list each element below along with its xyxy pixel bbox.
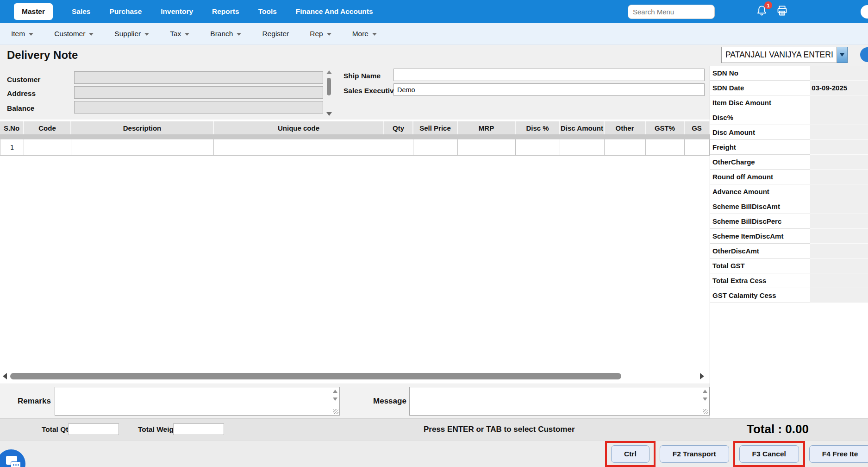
company-selector-arrow-button[interactable] (837, 47, 848, 63)
nav-item-finance-and-accounts[interactable]: Finance And Accounts (296, 7, 373, 16)
balance-field[interactable] (74, 101, 323, 114)
header-cell-disc-amount: Disc Amount (560, 121, 605, 134)
cell-s-no[interactable]: 1 (0, 139, 24, 156)
summary-value[interactable] (810, 273, 868, 288)
summary-label: Disc Amount (710, 125, 810, 140)
nav-item-sales[interactable]: Sales (72, 7, 91, 16)
subnav-item-label: Supplier (114, 30, 141, 38)
summary-value[interactable] (810, 199, 868, 214)
subnav-item-label: Rep (310, 30, 323, 38)
nav-item-master[interactable]: Master (14, 3, 53, 20)
notification-bell-button[interactable]: 1 (756, 5, 768, 19)
highlight-box: Ctrl (605, 441, 656, 467)
subnav-item-supplier[interactable]: Supplier (114, 30, 149, 38)
hscrollbar-thumb[interactable] (10, 373, 621, 379)
cell-qty[interactable] (384, 139, 413, 156)
cell-sell-price[interactable] (413, 139, 458, 156)
summary-value[interactable] (810, 155, 868, 170)
total-display: Total : 0.00 (747, 422, 809, 436)
subnav-item-tax[interactable]: Tax (170, 30, 189, 38)
remarks-textarea[interactable] (55, 387, 339, 415)
action-button-f4-free-ite[interactable]: F4 Free Ite (809, 445, 868, 463)
resize-grip-icon[interactable] (333, 409, 338, 414)
sales-executive-field[interactable] (393, 83, 705, 96)
summary-value[interactable] (810, 229, 868, 244)
subnav-item-register[interactable]: Register (262, 30, 289, 38)
action-button-ctrl[interactable]: Ctrl (611, 445, 649, 463)
header-cell-other: Other (605, 121, 646, 134)
total-weight-input[interactable] (173, 423, 224, 435)
scroll-up-arrow-icon[interactable] (326, 70, 332, 74)
nav-item-inventory[interactable]: Inventory (161, 7, 193, 16)
summary-value[interactable] (810, 170, 868, 184)
remarks-textarea-wrap (55, 387, 340, 416)
top-nav: MasterSalesPurchaseInventoryReportsTools… (0, 0, 868, 23)
summary-value[interactable] (810, 125, 868, 140)
profile-circle[interactable] (861, 5, 868, 19)
summary-label: Round off Amount (710, 170, 810, 184)
summary-value[interactable] (810, 244, 868, 259)
search-menu-input[interactable] (628, 5, 715, 19)
ship-name-field[interactable] (393, 69, 705, 81)
cell-code[interactable] (24, 139, 71, 156)
message-textarea[interactable] (410, 387, 709, 415)
scroll-left-arrow-icon[interactable] (3, 373, 7, 379)
summary-value[interactable] (810, 140, 868, 155)
body: Customer Address Balance Ship Name Sales… (0, 66, 868, 418)
company-selector[interactable]: PATANJALI VANIJYA ENTERI (721, 47, 848, 63)
summary-value[interactable] (810, 288, 868, 303)
summary-value[interactable] (810, 184, 868, 199)
subnav-item-more[interactable]: More (352, 30, 377, 38)
summary-value[interactable] (810, 66, 868, 81)
customer-field[interactable] (74, 71, 323, 84)
summary-row-disc-amount: Disc Amount (710, 125, 868, 140)
textarea-up-arrow-icon[interactable] (703, 390, 707, 393)
textarea-up-arrow-icon[interactable] (333, 390, 337, 393)
print-button[interactable] (776, 5, 788, 19)
textarea-down-arrow-icon[interactable] (703, 398, 707, 401)
scrollbar-thumb[interactable] (327, 78, 331, 95)
cell-disc-amount[interactable] (560, 139, 605, 156)
action-button-f2-transport[interactable]: F2 Transport (660, 445, 729, 463)
nav-item-purchase[interactable]: Purchase (109, 7, 142, 16)
summary-label: Scheme BillDiscAmt (710, 199, 810, 214)
summary-value[interactable] (810, 259, 868, 273)
cell-gs[interactable] (685, 139, 710, 156)
summary-value[interactable] (810, 95, 868, 110)
summary-row-item-disc-amount: Item Disc Amount (710, 95, 868, 110)
header-cell-qty: Qty (384, 121, 413, 134)
cell-disc[interactable] (516, 139, 560, 156)
summary-value[interactable]: 03-09-2025 (810, 81, 868, 95)
cell-mrp[interactable] (458, 139, 516, 156)
header-cell-unique-code: Unique code (214, 121, 384, 134)
resize-grip-icon[interactable] (703, 409, 708, 414)
subnav-item-branch[interactable]: Branch (210, 30, 241, 38)
summary-label: Disc% (710, 110, 810, 125)
address-field[interactable] (74, 86, 323, 99)
nav-item-tools[interactable]: Tools (258, 7, 277, 16)
summary-label: GST Calamity Cess (710, 288, 810, 303)
summary-label: SDN No (710, 66, 810, 81)
subnav-item-rep[interactable]: Rep (310, 30, 331, 38)
subnav-item-item[interactable]: Item (11, 30, 33, 38)
items-table-body: 1 (0, 139, 710, 156)
total-qty-input[interactable] (68, 423, 119, 435)
scroll-down-arrow-icon[interactable] (326, 112, 332, 116)
header-cell-disc: Disc % (516, 121, 560, 134)
cell-description[interactable] (71, 139, 214, 156)
summary-value[interactable] (810, 214, 868, 229)
cell-other[interactable] (605, 139, 646, 156)
summary-label: OtherCharge (710, 155, 810, 170)
summary-value[interactable] (810, 110, 868, 125)
nav-item-reports[interactable]: Reports (212, 7, 239, 16)
notification-badge: 1 (764, 1, 772, 9)
action-button-f3-cancel[interactable]: F3 Cancel (739, 445, 799, 463)
summary-row-scheme-billdiscamt: Scheme BillDiscAmt (710, 199, 868, 214)
cell-unique-code[interactable] (214, 139, 384, 156)
textarea-down-arrow-icon[interactable] (333, 398, 337, 401)
summary-row-sdn-no: SDN No (710, 66, 868, 81)
title-bar: Delivery Note PATANJALI VANIJYA ENTERI (0, 45, 868, 66)
subnav-item-customer[interactable]: Customer (54, 30, 94, 38)
scroll-right-arrow-icon[interactable] (700, 373, 704, 379)
cell-gst[interactable] (646, 139, 685, 156)
